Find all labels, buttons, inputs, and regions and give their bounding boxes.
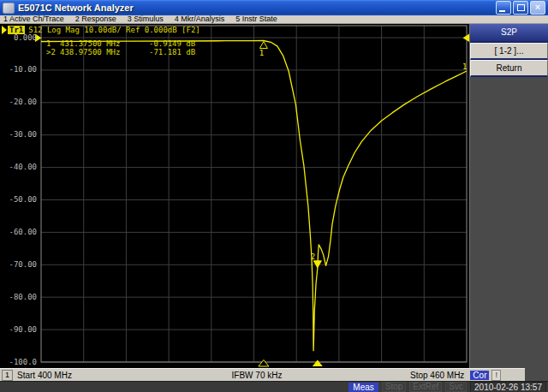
- restore-icon: [517, 4, 525, 11]
- datetime-label: 2010-02-26 13:57: [470, 382, 546, 392]
- softkey-return[interactable]: Return: [470, 60, 548, 77]
- menu-item-4-mkr-analysis[interactable]: 4 Mkr/Analysis: [171, 15, 233, 23]
- trace-header: Tr1 S12 Log Mag 10.00dB/ Ref 0.000dB [F2…: [2, 26, 200, 34]
- softkey-buttons: [ 1-2 ]...Return: [470, 43, 548, 77]
- restore-button[interactable]: [513, 1, 528, 15]
- y-axis-label: -100.0: [0, 358, 37, 367]
- svc-status-label: Svc: [445, 382, 467, 392]
- channel-number-badge: 1: [2, 370, 13, 381]
- y-axis-label: -50.00: [0, 195, 37, 205]
- measurement-status-badge: Meas: [348, 383, 378, 392]
- menu-item-1-active-ch-trace[interactable]: 1 Active Ch/Trace: [0, 15, 72, 23]
- y-axis-label: -20.00: [0, 98, 37, 107]
- window-titlebar: E5071C Network Analyzer ×: [0, 0, 548, 15]
- sweep-indicator-badge: !: [491, 370, 501, 381]
- y-axis-label: -10.00: [0, 65, 37, 74]
- stimulus-bar-right: Stop 460 MHz Cor !: [410, 370, 525, 381]
- softkey-menu-title: S2P: [470, 24, 548, 43]
- marker-readout-row: 1431.37500 MHz-0.9149 dB: [46, 39, 195, 48]
- stimulus-bar: 1 Start 400 MHz IFBW 70 kHz Stop 460 MHz…: [0, 368, 525, 381]
- graph-region: 112 0.000-10.00-20.00-30.00-40.00-50.00-…: [0, 24, 469, 368]
- stop-frequency-label: Stop 460 MHz: [410, 371, 464, 380]
- y-axis-label: -90.00: [0, 325, 37, 335]
- marker-1-stimulus-indicator[interactable]: [259, 360, 269, 367]
- trace-format-label: S12 Log Mag 10.00dB/ Ref 0.000dB [F2]: [28, 26, 200, 34]
- minimize-button[interactable]: [496, 1, 511, 15]
- ref-level-indicator-right: [463, 34, 470, 43]
- y-axis-label: -30.00: [0, 130, 37, 140]
- window-title: E5071C Network Analyzer: [18, 3, 134, 13]
- marker-2-stimulus-indicator[interactable]: [313, 360, 323, 367]
- start-frequency-label: Start 400 MHz: [17, 371, 72, 380]
- app-icon: [3, 3, 15, 14]
- correction-status-badge: Cor: [470, 371, 489, 380]
- y-axis-label: -70.00: [0, 260, 37, 270]
- plot-area[interactable]: 112: [0, 24, 469, 368]
- minimize-icon: [499, 10, 505, 12]
- stimulus-bar-corner: [525, 368, 548, 381]
- softkey-1-2[interactable]: [ 1-2 ]...: [470, 43, 548, 60]
- close-icon: ×: [531, 2, 545, 14]
- trace-number-label: 1: [462, 62, 467, 71]
- softkey-sidebar: S2P [ 1-2 ]...Return: [469, 24, 548, 368]
- status-bar: Meas Stop ExtRef Svc 2010-02-26 13:57: [0, 381, 548, 392]
- menu-bar: 1 Active Ch/Trace2 Response3 Stimulus4 M…: [0, 15, 548, 24]
- window-controls: ×: [496, 1, 548, 15]
- menu-item-5-instr-state[interactable]: 5 Instr State: [232, 15, 285, 23]
- menu-item-3-stimulus[interactable]: 3 Stimulus: [124, 15, 171, 23]
- y-axis-label: 0.000: [0, 33, 37, 43]
- active-trace-arrow-icon: [2, 26, 7, 34]
- marker-1-number: 1: [259, 49, 264, 57]
- y-axis-label: -80.00: [0, 293, 37, 302]
- marker-readout-row: >2438.97500 MHz-71.181 dB: [46, 48, 195, 56]
- menu-item-2-response[interactable]: 2 Response: [72, 15, 124, 23]
- marker-readout-list: 1431.37500 MHz-0.9149 dB>2438.97500 MHz-…: [46, 39, 195, 56]
- close-button[interactable]: ×: [530, 1, 545, 15]
- y-axis-label: -40.00: [0, 163, 37, 172]
- extref-status-label: ExtRef: [409, 382, 442, 392]
- y-axis: 0.000-10.00-20.00-30.00-40.00-50.00-60.0…: [0, 24, 39, 368]
- stop-status-label: Stop: [382, 382, 407, 392]
- ifbw-label: IFBW 70 kHz: [232, 371, 283, 380]
- marker-1-symbol[interactable]: [259, 41, 267, 48]
- instrument-screen: E5071C Network Analyzer × 1 Active Ch/Tr…: [0, 0, 548, 392]
- marker-2-number: 2: [311, 252, 315, 261]
- marker-2-symbol[interactable]: [313, 261, 321, 268]
- trace-name-chip[interactable]: Tr1: [8, 26, 25, 34]
- y-axis-label: -60.00: [0, 228, 37, 237]
